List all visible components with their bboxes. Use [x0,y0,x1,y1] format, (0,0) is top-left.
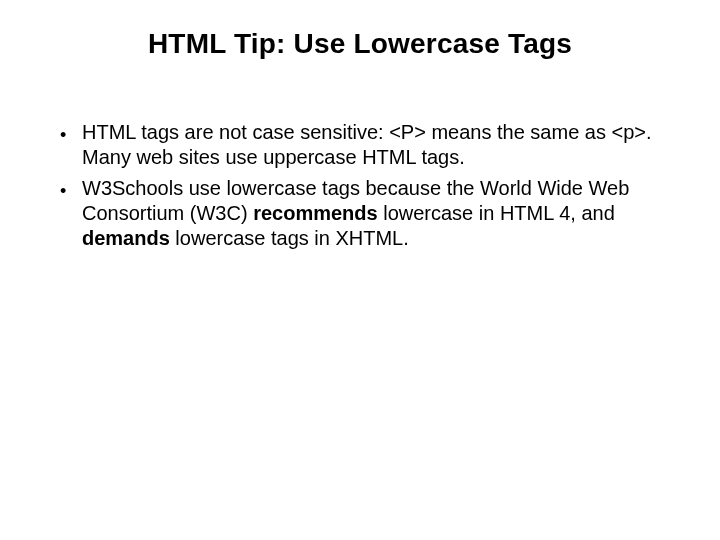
slide: HTML Tip: Use Lowercase Tags HTML tags a… [0,0,720,540]
list-item: HTML tags are not case sensitive: <P> me… [60,120,660,170]
bullet-list: HTML tags are not case sensitive: <P> me… [50,120,670,251]
bullet-text: W3Schools use lowercase tags because the… [82,176,660,251]
bullet-icon [60,120,82,170]
slide-title: HTML Tip: Use Lowercase Tags [50,28,670,60]
bullet-icon [60,176,82,251]
bullet-text: HTML tags are not case sensitive: <P> me… [82,120,660,170]
list-item: W3Schools use lowercase tags because the… [60,176,660,251]
